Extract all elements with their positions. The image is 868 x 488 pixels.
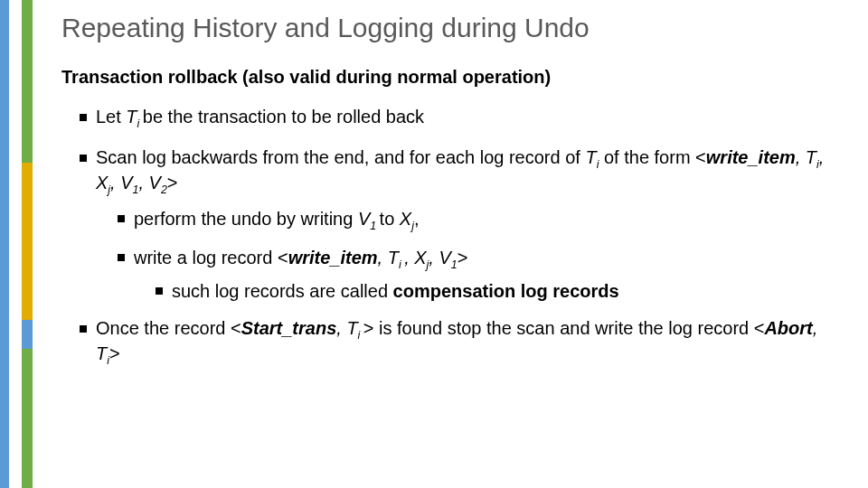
accent-stripe-green-tail <box>22 349 33 488</box>
accent-stripe-gap <box>9 0 22 488</box>
bullet-2-2-1: such log records are called compensation… <box>156 279 846 303</box>
bullet-2-sublist: perform the undo by writing V1 to Xj, wr… <box>118 207 846 303</box>
bullet-2-2-sublist: such log records are called compensation… <box>156 279 846 303</box>
accent-stripe-blue-tail <box>22 320 33 351</box>
slide-content: Repeating History and Logging during Und… <box>61 13 846 383</box>
bullet-2: Scan log backwards from the end, and for… <box>80 146 846 303</box>
lead-line: Transaction rollback (also valid during … <box>61 67 846 88</box>
bullet-1: Let Ti be the transaction to be rolled b… <box>80 106 846 132</box>
bullet-2-1: perform the undo by writing V1 to Xj, <box>118 207 846 233</box>
bullet-2-2: write a log record <write_item, Ti , Xj,… <box>118 246 846 303</box>
slide-title: Repeating History and Logging during Und… <box>61 13 846 43</box>
accent-stripe-gold <box>22 163 33 325</box>
bullet-list: Let Ti be the transaction to be rolled b… <box>80 106 846 369</box>
bullet-3: Once the record <Start_trans, Ti > is fo… <box>80 317 846 369</box>
accent-stripe-blue <box>0 0 9 488</box>
